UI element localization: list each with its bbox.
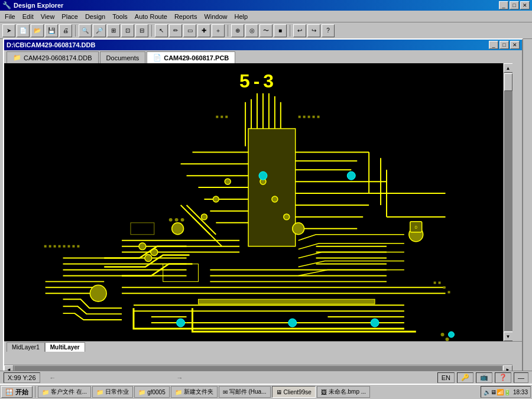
taskbar-item-0[interactable]: 📁 客户文件 在... bbox=[38, 386, 91, 398]
tab-ddb-icon: 📁 bbox=[13, 54, 21, 61]
taskbar-item-6-icon: 🖼 bbox=[321, 389, 327, 395]
svg-rect-95 bbox=[63, 245, 66, 248]
menu-window[interactable]: Window bbox=[200, 12, 231, 21]
start-button[interactable]: 🪟 开始 bbox=[1, 386, 33, 398]
scroll-down-button[interactable]: ▼ bbox=[504, 332, 513, 341]
toolbar-arrow[interactable]: ➤ bbox=[2, 24, 15, 37]
svg-rect-9 bbox=[248, 129, 296, 246]
menu-reports[interactable]: Reports bbox=[171, 12, 201, 21]
taskbar-item-1[interactable]: 📁 日常作业 bbox=[92, 386, 133, 398]
taskbar-sep-1 bbox=[35, 386, 35, 398]
toolbar-wire[interactable]: ✏ bbox=[169, 24, 182, 37]
svg-rect-107 bbox=[434, 281, 436, 284]
svg-point-80 bbox=[347, 171, 355, 180]
toolbar-track[interactable]: 〜 bbox=[259, 24, 273, 37]
menu-file[interactable]: File bbox=[1, 12, 19, 21]
status-bar: X:99 Y:26 ← → EN 🔑 📺 ❓ — bbox=[0, 371, 532, 384]
close-button[interactable]: ✕ bbox=[520, 1, 530, 9]
taskbar-item-6[interactable]: 🖼 未命名.bmp ... bbox=[317, 386, 370, 398]
menu-bar: File Edit View Place Design Tools Auto R… bbox=[0, 11, 532, 22]
taskbar-item-6-label: 未命名.bmp ... bbox=[329, 388, 366, 396]
svg-rect-100 bbox=[220, 116, 223, 118]
scroll-track-v[interactable] bbox=[504, 73, 512, 331]
status-tray: EN 🔑 📺 ❓ — bbox=[437, 372, 528, 383]
tray-icons: 🔊🖥📶🔋 bbox=[484, 389, 511, 395]
toolbar-redo[interactable]: ↪ bbox=[307, 24, 320, 37]
inner-maximize-button[interactable]: □ bbox=[499, 41, 509, 49]
svg-point-70 bbox=[139, 243, 146, 250]
menu-edit[interactable]: Edit bbox=[19, 12, 37, 21]
toolbar-cross[interactable]: ✚ bbox=[197, 24, 210, 37]
toolbar-pad[interactable]: ■ bbox=[274, 24, 287, 37]
scroll-up-button[interactable]: ▲ bbox=[504, 63, 513, 73]
taskbar-item-4[interactable]: ✉ 写邮件 (Hua... bbox=[219, 386, 271, 398]
start-icon: 🪟 bbox=[5, 388, 14, 396]
scrollbar-vertical[interactable]: ▲ ▼ bbox=[503, 63, 512, 341]
svg-rect-110 bbox=[448, 291, 450, 293]
inner-close-button[interactable]: ✕ bbox=[510, 41, 520, 49]
taskbar-item-1-icon: 📁 bbox=[96, 389, 103, 395]
svg-point-82 bbox=[288, 319, 297, 327]
lang-display: EN bbox=[442, 374, 450, 381]
taskbar-item-5[interactable]: 🖥 Client99se bbox=[272, 386, 316, 398]
taskbar-item-2-icon: 📁 bbox=[138, 389, 145, 395]
svg-rect-101 bbox=[225, 116, 228, 118]
menu-autoroute[interactable]: Auto Route bbox=[131, 12, 171, 21]
toolbar-print[interactable]: 🖨 bbox=[59, 24, 72, 37]
svg-point-67 bbox=[225, 179, 231, 184]
tab-pcb[interactable]: 📄 CAM429-060817.PCB bbox=[147, 51, 235, 63]
inner-window-title: D:\CB\CAM429-0608174.DDB bbox=[7, 41, 95, 48]
taskbar-item-2[interactable]: 📁 gf0005 bbox=[134, 386, 170, 398]
taskbar-item-1-label: 日常作业 bbox=[105, 388, 129, 396]
layer-tab-midlayer1[interactable]: MidLayer1 bbox=[7, 342, 45, 352]
toolbar-plus[interactable]: ＋ bbox=[212, 24, 225, 37]
menu-design[interactable]: Design bbox=[82, 12, 109, 21]
svg-rect-99 bbox=[216, 116, 218, 118]
svg-text:5-3: 5-3 bbox=[239, 70, 277, 92]
pcb-canvas[interactable]: 5-3 bbox=[4, 63, 512, 341]
toolbar-open[interactable]: 📂 bbox=[31, 24, 44, 37]
status-icon2: 📺 bbox=[476, 372, 492, 383]
tab-ddb[interactable]: 📁 CAM429-0608174.DDB bbox=[7, 51, 99, 63]
toolbar-sep-4 bbox=[290, 25, 290, 37]
toolbar-component[interactable]: ⊕ bbox=[231, 24, 244, 37]
pcb-svg: 5-3 bbox=[4, 63, 512, 341]
toolbar: ➤ 📄 📂 💾 🖨 🔍 🔎 ⊞ ⊡ ⊟ ↖ ✏ ▭ ✚ ＋ ⊕ ◎ 〜 ■ ↩ … bbox=[0, 22, 532, 39]
toolbar-zoom-in[interactable]: 🔍 bbox=[79, 24, 92, 37]
toolbar-new[interactable]: 📄 bbox=[17, 24, 30, 37]
layer-tab-multilayer[interactable]: MultiLayer bbox=[45, 342, 85, 352]
taskbar-item-3[interactable]: 📁 新建文件夹 bbox=[171, 386, 218, 398]
toolbar-zoom-out[interactable]: 🔎 bbox=[93, 24, 106, 37]
menu-help[interactable]: Help bbox=[231, 12, 252, 21]
toolbar-undo[interactable]: ↩ bbox=[293, 24, 306, 37]
toolbar-save[interactable]: 💾 bbox=[45, 24, 58, 37]
minimize-button[interactable]: _ bbox=[499, 1, 508, 9]
svg-point-72 bbox=[145, 255, 152, 262]
svg-rect-94 bbox=[59, 245, 61, 248]
svg-point-79 bbox=[259, 171, 267, 180]
menu-place[interactable]: Place bbox=[58, 12, 82, 21]
app-icon: 🔧 bbox=[2, 1, 11, 9]
scroll-thumb-v[interactable] bbox=[504, 73, 512, 91]
taskbar-item-3-label: 新建文件夹 bbox=[184, 388, 213, 396]
menu-view[interactable]: View bbox=[37, 12, 59, 21]
menu-tools[interactable]: Tools bbox=[109, 12, 131, 21]
toolbar-zoom-last[interactable]: ⊟ bbox=[135, 24, 148, 37]
svg-point-61 bbox=[172, 223, 184, 235]
toolbar-select[interactable]: ↖ bbox=[155, 24, 168, 37]
tab-documents[interactable]: Documents bbox=[100, 51, 146, 63]
status-arrows: ← → bbox=[50, 374, 183, 381]
inner-minimize-button[interactable]: _ bbox=[489, 41, 498, 49]
toolbar-via[interactable]: ◎ bbox=[245, 24, 258, 37]
tabs-bar: 📁 CAM429-0608174.DDB Documents 📄 CAM429-… bbox=[4, 50, 522, 63]
layer-tab-multilayer-label: MultiLayer bbox=[50, 344, 80, 351]
toolbar-zoom-box[interactable]: ⊞ bbox=[107, 24, 120, 37]
arrow-right-icon: → bbox=[177, 374, 183, 381]
maximize-button[interactable]: □ bbox=[510, 1, 519, 9]
svg-rect-105 bbox=[313, 116, 315, 118]
svg-rect-98 bbox=[77, 245, 79, 248]
toolbar-rect[interactable]: ▭ bbox=[183, 24, 196, 37]
toolbar-help[interactable]: ? bbox=[322, 24, 335, 37]
taskbar-item-2-label: gf0005 bbox=[147, 389, 166, 395]
toolbar-zoom-fit[interactable]: ⊡ bbox=[121, 24, 134, 37]
